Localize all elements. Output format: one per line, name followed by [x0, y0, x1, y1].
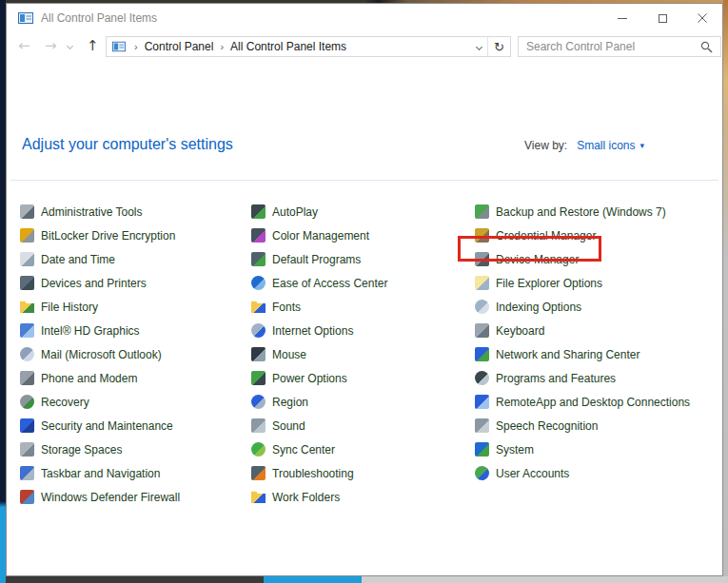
control-panel-item-region[interactable]: Region: [251, 390, 475, 414]
annotation-highlight-indexing-options: [458, 236, 601, 262]
window-controls: [602, 4, 722, 32]
item-label: Storage Spaces: [41, 443, 122, 457]
navigation-bar: ← → ↑ › Control Panel › All Control Pane…: [7, 32, 722, 61]
refresh-button[interactable]: ↻: [487, 37, 510, 56]
item-label: Fonts: [272, 301, 301, 314]
control-panel-item-recovery[interactable]: Recovery: [20, 390, 251, 414]
control-panel-item-windows-defender-firewall[interactable]: Windows Defender Firewall: [20, 485, 251, 509]
backup-restore-icon: [475, 204, 489, 219]
item-label: Phone and Modem: [41, 372, 137, 385]
control-panel-item-storage-spaces[interactable]: Storage Spaces: [20, 437, 251, 461]
item-label: Keyboard: [496, 324, 544, 338]
control-panel-item-phone-and-modem[interactable]: Phone and Modem: [20, 366, 251, 390]
search-icon[interactable]: [700, 41, 713, 53]
programs-disc-icon: [475, 371, 489, 385]
items-column-1: Administrative Tools BitLocker Drive Enc…: [20, 200, 251, 509]
control-panel-item-security-and-maintenance[interactable]: Security and Maintenance: [20, 414, 251, 437]
address-dropdown-button[interactable]: [470, 37, 487, 56]
control-panel-item-autoplay[interactable]: AutoPlay: [251, 200, 475, 223]
view-by-dropdown[interactable]: Small icons: [577, 139, 635, 152]
control-panel-item-intel-hd-graphics[interactable]: Intel® HD Graphics: [20, 319, 251, 342]
item-label: BitLocker Drive Encryption: [41, 229, 175, 243]
control-panel-item-date-and-time[interactable]: Date and Time: [20, 247, 251, 271]
item-label: Sound: [272, 419, 305, 433]
work-folders-icon: [251, 490, 266, 504]
taskbar-icon: [20, 466, 34, 480]
up-arrow-icon[interactable]: ↑: [87, 35, 99, 56]
minimize-button[interactable]: [602, 4, 642, 32]
item-label: Internet Options: [272, 324, 353, 338]
control-panel-item-sync-center[interactable]: Sync Center: [251, 437, 475, 461]
item-label: RemoteApp and Desktop Connections: [496, 396, 690, 409]
item-label: Backup and Restore (Windows 7): [496, 205, 666, 219]
control-panel-item-speech-recognition[interactable]: Speech Recognition: [475, 414, 722, 437]
titlebar: All Control Panel Items: [7, 4, 722, 32]
control-panel-item-troubleshooting[interactable]: Troubleshooting: [251, 461, 475, 485]
sync-arrows-icon: [251, 442, 266, 457]
control-panel-item-default-programs[interactable]: Default Programs: [251, 247, 475, 271]
breadcrumb-separator: ›: [134, 41, 138, 52]
items-grid: Administrative Tools BitLocker Drive Enc…: [7, 200, 722, 509]
breadcrumb-all-control-panel-items[interactable]: All Control Panel Items: [230, 40, 346, 53]
maximize-button[interactable]: [642, 4, 682, 32]
item-label: Administrative Tools: [41, 205, 143, 219]
control-panel-item-system[interactable]: System: [475, 437, 722, 461]
breadcrumb-control-panel[interactable]: Control Panel: [145, 40, 214, 53]
control-panel-item-ease-of-access-center[interactable]: Ease of Access Center: [251, 271, 475, 295]
control-panel-item-taskbar-and-navigation[interactable]: Taskbar and Navigation: [20, 461, 251, 485]
item-label: Color Management: [272, 229, 369, 243]
item-label: Taskbar and Navigation: [41, 467, 160, 480]
item-label: Power Options: [272, 372, 347, 385]
dropdown-arrow-icon[interactable]: ▾: [640, 141, 645, 150]
control-panel-item-indexing-options[interactable]: Indexing Options: [475, 295, 722, 319]
search-input[interactable]: [519, 40, 700, 53]
control-panel-item-color-management[interactable]: Color Management: [251, 223, 475, 247]
item-label: Security and Maintenance: [41, 419, 173, 433]
troubleshooting-icon: [251, 466, 266, 480]
control-panel-item-mouse[interactable]: Mouse: [251, 342, 475, 366]
back-arrow-icon[interactable]: ←: [18, 35, 30, 56]
item-label: Default Programs: [272, 253, 361, 266]
forward-arrow-icon[interactable]: →: [45, 35, 57, 56]
microphone-icon: [475, 418, 489, 433]
item-label: Date and Time: [41, 253, 115, 266]
control-panel-item-network-and-sharing-center[interactable]: Network and Sharing Center: [475, 342, 722, 366]
control-panel-item-file-explorer-options[interactable]: File Explorer Options: [475, 271, 722, 295]
item-label: Mouse: [272, 348, 306, 361]
breadcrumb[interactable]: › Control Panel › All Control Panel Item…: [106, 36, 511, 57]
item-label: Devices and Printers: [41, 277, 147, 290]
control-panel-item-fonts[interactable]: Fonts: [251, 295, 475, 319]
item-label: Region: [272, 396, 308, 409]
control-panel-item-mail-microsoft-outlook[interactable]: Mail (Microsoft Outlook): [20, 342, 251, 366]
search-box: [518, 36, 721, 57]
control-panel-item-file-history[interactable]: File History: [20, 295, 251, 319]
taskbar-sliver-dark: [6, 576, 264, 583]
item-label: Troubleshooting: [272, 467, 354, 480]
items-column-2: AutoPlay Color Management Default Progra…: [251, 200, 475, 509]
fonts-folder-icon: [251, 300, 266, 314]
close-button[interactable]: [682, 4, 722, 32]
control-panel-item-work-folders[interactable]: Work Folders: [251, 485, 475, 509]
minimize-icon: [618, 18, 627, 19]
item-label: System: [496, 443, 534, 457]
control-panel-item-programs-and-features[interactable]: Programs and Features: [475, 366, 722, 390]
control-panel-item-keyboard[interactable]: Keyboard: [475, 319, 722, 342]
recent-pages-chevron-icon[interactable]: [67, 43, 73, 49]
control-panel-item-remoteapp-and-desktop-connections[interactable]: RemoteApp and Desktop Connections: [475, 390, 722, 414]
item-label: File History: [41, 301, 98, 314]
mouse-icon: [251, 347, 266, 361]
control-panel-item-administrative-tools[interactable]: Administrative Tools: [20, 200, 251, 223]
window-title: All Control Panel Items: [41, 11, 602, 25]
control-panel-item-user-accounts[interactable]: User Accounts: [475, 461, 722, 485]
network-sharing-icon: [475, 347, 489, 361]
item-label: Windows Defender Firewall: [41, 491, 180, 504]
control-panel-item-backup-and-restore-windows-7[interactable]: Backup and Restore (Windows 7): [475, 200, 722, 223]
calendar-clock-icon: [20, 252, 34, 266]
control-panel-item-internet-options[interactable]: Internet Options: [251, 319, 475, 342]
control-panel-item-devices-and-printers[interactable]: Devices and Printers: [20, 271, 251, 295]
control-panel-item-bitlocker-drive-encryption[interactable]: BitLocker Drive Encryption: [20, 223, 251, 247]
speaker-icon: [251, 418, 266, 433]
control-panel-item-power-options[interactable]: Power Options: [251, 366, 475, 390]
control-panel-item-sound[interactable]: Sound: [251, 414, 475, 437]
security-flag-icon: [20, 418, 34, 433]
